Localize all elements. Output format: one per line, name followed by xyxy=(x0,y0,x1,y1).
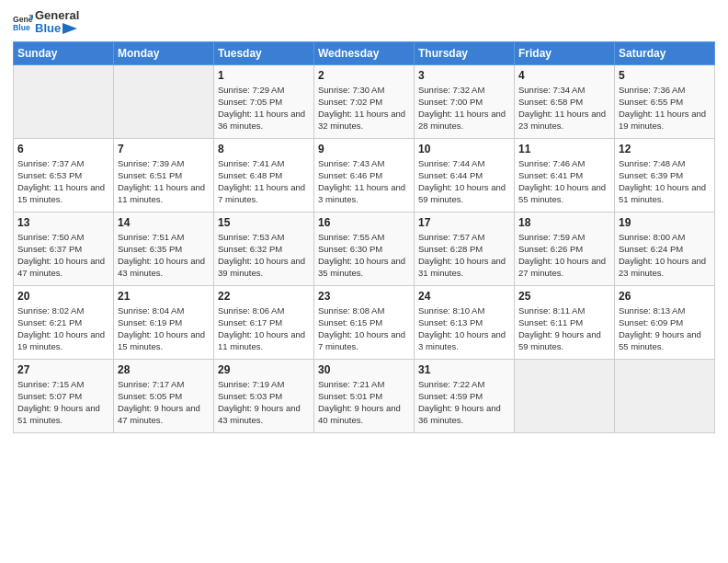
day-cell: 28Sunrise: 7:17 AMSunset: 5:05 PMDayligh… xyxy=(114,359,214,432)
svg-text:Blue: Blue xyxy=(13,24,30,33)
day-number: 26 xyxy=(619,290,711,303)
day-info: Sunrise: 8:02 AMSunset: 6:21 PMDaylight:… xyxy=(17,304,109,353)
header: General Blue General Blue xyxy=(13,9,715,36)
col-header-thursday: Thursday xyxy=(415,41,515,64)
col-header-monday: Monday xyxy=(114,41,214,64)
day-number: 12 xyxy=(619,143,711,155)
day-cell: 8Sunrise: 7:41 AMSunset: 6:48 PMDaylight… xyxy=(214,138,314,212)
day-cell: 15Sunrise: 7:53 AMSunset: 6:32 PMDayligh… xyxy=(214,212,314,285)
day-cell: 9Sunrise: 7:43 AMSunset: 6:46 PMDaylight… xyxy=(314,138,415,212)
calendar-page: General Blue General Blue SundayMondayTu… xyxy=(0,0,728,563)
day-number: 13 xyxy=(17,216,109,229)
week-row-1: 1Sunrise: 7:29 AMSunset: 7:05 PMDaylight… xyxy=(14,64,715,138)
day-number: 21 xyxy=(118,290,210,303)
logo-blue: Blue xyxy=(35,22,77,35)
day-number: 18 xyxy=(518,216,610,229)
header-row: SundayMondayTuesdayWednesdayThursdayFrid… xyxy=(14,41,715,64)
day-info: Sunrise: 7:50 AMSunset: 6:37 PMDaylight:… xyxy=(17,231,109,280)
day-cell: 23Sunrise: 8:08 AMSunset: 6:15 PMDayligh… xyxy=(314,285,415,359)
day-number: 17 xyxy=(418,216,510,229)
logo: General Blue General Blue xyxy=(13,9,79,36)
day-number: 7 xyxy=(118,143,210,155)
day-info: Sunrise: 7:36 AMSunset: 6:55 PMDaylight:… xyxy=(619,84,711,132)
day-number: 4 xyxy=(518,69,610,82)
day-cell: 25Sunrise: 8:11 AMSunset: 6:11 PMDayligh… xyxy=(515,285,615,359)
day-info: Sunrise: 7:51 AMSunset: 6:35 PMDaylight:… xyxy=(118,231,210,280)
day-info: Sunrise: 7:48 AMSunset: 6:39 PMDaylight:… xyxy=(619,157,711,206)
day-cell: 21Sunrise: 8:04 AMSunset: 6:19 PMDayligh… xyxy=(114,285,214,359)
svg-marker-3 xyxy=(63,23,77,34)
day-info: Sunrise: 7:37 AMSunset: 6:53 PMDaylight:… xyxy=(17,157,109,206)
day-cell: 26Sunrise: 8:13 AMSunset: 6:09 PMDayligh… xyxy=(615,285,715,359)
day-info: Sunrise: 7:41 AMSunset: 6:48 PMDaylight:… xyxy=(218,157,310,206)
calendar-table: SundayMondayTuesdayWednesdayThursdayFrid… xyxy=(13,41,715,433)
day-number: 5 xyxy=(619,69,711,82)
day-cell: 5Sunrise: 7:36 AMSunset: 6:55 PMDaylight… xyxy=(615,64,715,138)
day-info: Sunrise: 7:17 AMSunset: 5:05 PMDaylight:… xyxy=(118,378,210,427)
day-info: Sunrise: 7:22 AMSunset: 4:59 PMDaylight:… xyxy=(418,378,510,427)
day-number: 25 xyxy=(518,290,610,303)
day-cell: 24Sunrise: 8:10 AMSunset: 6:13 PMDayligh… xyxy=(415,285,515,359)
day-cell: 31Sunrise: 7:22 AMSunset: 4:59 PMDayligh… xyxy=(415,359,515,432)
day-cell: 14Sunrise: 7:51 AMSunset: 6:35 PMDayligh… xyxy=(114,212,214,285)
week-row-3: 13Sunrise: 7:50 AMSunset: 6:37 PMDayligh… xyxy=(14,212,715,285)
day-number: 10 xyxy=(418,143,510,155)
day-cell: 22Sunrise: 8:06 AMSunset: 6:17 PMDayligh… xyxy=(214,285,314,359)
logo-general: General xyxy=(35,9,79,22)
day-number: 31 xyxy=(418,363,510,376)
day-number: 23 xyxy=(318,290,410,303)
day-info: Sunrise: 7:46 AMSunset: 6:41 PMDaylight:… xyxy=(518,157,610,206)
day-info: Sunrise: 7:30 AMSunset: 7:02 PMDaylight:… xyxy=(318,84,410,132)
col-header-sunday: Sunday xyxy=(14,41,114,64)
col-header-wednesday: Wednesday xyxy=(314,41,415,64)
day-info: Sunrise: 8:11 AMSunset: 6:11 PMDaylight:… xyxy=(518,304,610,353)
day-info: Sunrise: 8:13 AMSunset: 6:09 PMDaylight:… xyxy=(619,304,711,353)
day-cell: 27Sunrise: 7:15 AMSunset: 5:07 PMDayligh… xyxy=(14,359,114,432)
day-info: Sunrise: 7:32 AMSunset: 7:00 PMDaylight:… xyxy=(418,84,510,132)
day-cell: 13Sunrise: 7:50 AMSunset: 6:37 PMDayligh… xyxy=(14,212,114,285)
day-cell: 1Sunrise: 7:29 AMSunset: 7:05 PMDaylight… xyxy=(214,64,314,138)
day-number: 6 xyxy=(17,143,109,155)
day-info: Sunrise: 8:00 AMSunset: 6:24 PMDaylight:… xyxy=(619,231,711,280)
col-header-saturday: Saturday xyxy=(615,41,715,64)
day-info: Sunrise: 7:29 AMSunset: 7:05 PMDaylight:… xyxy=(218,84,310,132)
week-row-5: 27Sunrise: 7:15 AMSunset: 5:07 PMDayligh… xyxy=(14,359,715,432)
day-cell xyxy=(14,64,114,138)
day-number: 8 xyxy=(218,143,310,155)
day-cell: 10Sunrise: 7:44 AMSunset: 6:44 PMDayligh… xyxy=(415,138,515,212)
day-info: Sunrise: 8:04 AMSunset: 6:19 PMDaylight:… xyxy=(118,304,210,353)
day-number: 30 xyxy=(318,363,410,376)
day-number: 22 xyxy=(218,290,310,303)
day-number: 9 xyxy=(318,143,410,155)
day-info: Sunrise: 7:53 AMSunset: 6:32 PMDaylight:… xyxy=(218,231,310,280)
day-number: 19 xyxy=(619,216,711,229)
day-cell: 11Sunrise: 7:46 AMSunset: 6:41 PMDayligh… xyxy=(515,138,615,212)
day-cell: 12Sunrise: 7:48 AMSunset: 6:39 PMDayligh… xyxy=(615,138,715,212)
day-cell: 2Sunrise: 7:30 AMSunset: 7:02 PMDaylight… xyxy=(314,64,415,138)
day-cell: 3Sunrise: 7:32 AMSunset: 7:00 PMDaylight… xyxy=(415,64,515,138)
day-info: Sunrise: 7:55 AMSunset: 6:30 PMDaylight:… xyxy=(318,231,410,280)
day-number: 24 xyxy=(418,290,510,303)
day-info: Sunrise: 7:57 AMSunset: 6:28 PMDaylight:… xyxy=(418,231,510,280)
day-cell: 16Sunrise: 7:55 AMSunset: 6:30 PMDayligh… xyxy=(314,212,415,285)
day-number: 11 xyxy=(518,143,610,155)
day-info: Sunrise: 7:19 AMSunset: 5:03 PMDaylight:… xyxy=(218,378,310,427)
day-cell: 29Sunrise: 7:19 AMSunset: 5:03 PMDayligh… xyxy=(214,359,314,432)
day-cell: 19Sunrise: 8:00 AMSunset: 6:24 PMDayligh… xyxy=(615,212,715,285)
week-row-4: 20Sunrise: 8:02 AMSunset: 6:21 PMDayligh… xyxy=(14,285,715,359)
logo-arrow-icon xyxy=(63,23,77,34)
day-info: Sunrise: 8:06 AMSunset: 6:17 PMDaylight:… xyxy=(218,304,310,353)
day-number: 20 xyxy=(17,290,109,303)
day-info: Sunrise: 7:34 AMSunset: 6:58 PMDaylight:… xyxy=(518,84,610,132)
day-cell: 30Sunrise: 7:21 AMSunset: 5:01 PMDayligh… xyxy=(314,359,415,432)
day-info: Sunrise: 8:08 AMSunset: 6:15 PMDaylight:… xyxy=(318,304,410,353)
week-row-2: 6Sunrise: 7:37 AMSunset: 6:53 PMDaylight… xyxy=(14,138,715,212)
day-number: 3 xyxy=(418,69,510,82)
day-number: 15 xyxy=(218,216,310,229)
day-cell: 17Sunrise: 7:57 AMSunset: 6:28 PMDayligh… xyxy=(415,212,515,285)
day-info: Sunrise: 7:39 AMSunset: 6:51 PMDaylight:… xyxy=(118,157,210,206)
day-cell xyxy=(114,64,214,138)
day-cell xyxy=(515,359,615,432)
day-info: Sunrise: 7:15 AMSunset: 5:07 PMDaylight:… xyxy=(17,378,109,427)
day-cell xyxy=(615,359,715,432)
